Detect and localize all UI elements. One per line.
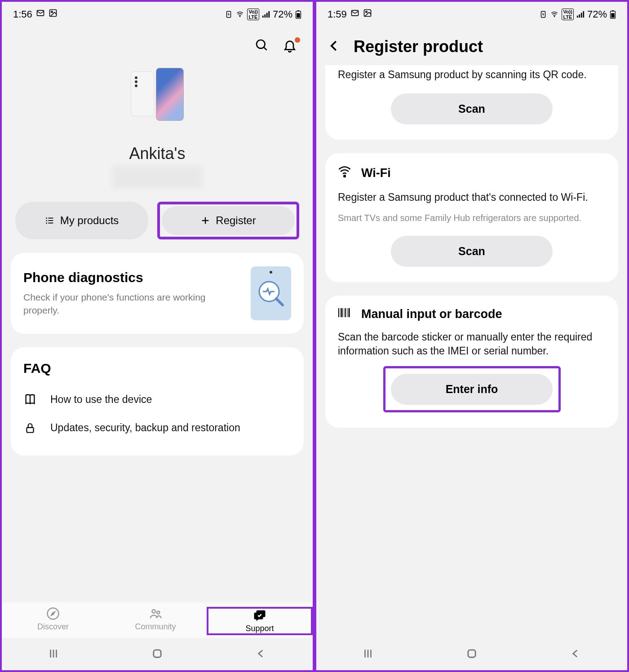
wifi-desc: Register a Samsung product that's connec… (338, 190, 606, 204)
svg-point-12 (257, 40, 265, 49)
register-button[interactable]: Register (162, 206, 295, 235)
svg-rect-43 (611, 13, 614, 18)
nav-label: Support (245, 624, 274, 633)
book-icon (23, 393, 37, 406)
home-button[interactable] (465, 647, 478, 662)
svg-rect-56 (468, 650, 475, 657)
enter-info-highlight: Enter info (383, 366, 561, 412)
page-title: Register product (354, 37, 483, 56)
nav-community[interactable]: Community (104, 607, 207, 635)
svg-rect-38 (577, 16, 578, 18)
faq-item-updates[interactable]: Updates, security, backup and restoratio… (23, 414, 291, 442)
compass-icon (46, 607, 60, 620)
device-model-redacted (112, 166, 202, 188)
diagnostics-sub: Check if your phone's functions are work… (23, 291, 242, 317)
battery-charging-icon (225, 10, 233, 18)
svg-point-37 (554, 16, 555, 17)
svg-point-4 (240, 16, 240, 17)
svg-rect-40 (581, 13, 582, 18)
enter-info-button[interactable]: Enter info (391, 374, 553, 405)
search-icon[interactable] (255, 38, 269, 54)
volte-icon: Vo))LTE (562, 9, 574, 20)
svg-rect-44 (612, 10, 614, 11)
battery-icon (295, 10, 301, 19)
faq-title: FAQ (23, 361, 291, 376)
signal-icon (262, 11, 270, 18)
qr-scan-card: Register a Samsung product by scanning i… (325, 65, 618, 140)
wifi-icon (235, 11, 244, 18)
svg-line-13 (264, 47, 267, 50)
gmail-icon (36, 9, 45, 20)
svg-line-23 (276, 299, 283, 305)
barcode-icon (338, 307, 351, 321)
svg-rect-6 (264, 14, 266, 18)
manual-card: Manual input or barcode Scan the barcode… (325, 296, 618, 428)
system-nav (2, 639, 313, 670)
svg-marker-26 (51, 612, 55, 615)
svg-point-28 (157, 611, 159, 614)
image-icon (49, 9, 58, 20)
chat-check-icon (253, 609, 266, 622)
image-icon (363, 9, 372, 20)
register-label: Register (216, 214, 256, 227)
screen-register-product: 1:59 Vo))LTE 72% Register product Regist… (314, 0, 629, 672)
nav-support[interactable]: Support (207, 607, 313, 635)
status-bar: 1:59 Vo))LTE 72% (316, 2, 627, 25)
svg-rect-39 (579, 14, 580, 18)
phone-diagnostics-card[interactable]: Phone diagnostics Check if your phone's … (11, 253, 304, 334)
wifi-sub: Smart TVs and some Family Hub refrigerat… (338, 212, 606, 224)
home-button[interactable] (151, 647, 164, 662)
back-button[interactable] (570, 648, 581, 661)
notification-dot (295, 37, 300, 43)
system-nav (316, 639, 627, 670)
svg-point-45 (344, 175, 346, 177)
lock-icon (23, 422, 37, 434)
device-image (130, 68, 184, 135)
faq-item-how-to-use[interactable]: How to use the device (23, 385, 291, 414)
register-button-highlight: Register (157, 202, 299, 239)
svg-rect-5 (262, 16, 264, 18)
diagnostics-title: Phone diagnostics (23, 270, 242, 285)
recents-button[interactable] (362, 648, 374, 661)
back-button[interactable] (255, 648, 267, 661)
my-products-button[interactable]: My products (15, 202, 148, 239)
svg-rect-24 (27, 428, 33, 433)
battery-percent: 72% (587, 9, 607, 20)
wifi-scan-button[interactable]: Scan (391, 236, 553, 267)
wifi-card: Wi-Fi Register a Samsung product that's … (325, 153, 618, 282)
volte-icon: Vo))LTE (247, 9, 259, 20)
wifi-title: Wi-Fi (361, 166, 391, 180)
nav-label: Discover (37, 622, 69, 632)
diagnostics-icon (251, 266, 291, 320)
faq-card: FAQ How to use the device Updates, secur… (11, 347, 304, 455)
my-products-label: My products (60, 214, 119, 227)
nav-discover[interactable]: Discover (2, 607, 104, 635)
manual-title: Manual input or barcode (361, 307, 502, 321)
bottom-nav: Discover Community Support (2, 602, 313, 638)
back-icon[interactable] (328, 39, 341, 54)
qr-scan-button[interactable]: Scan (391, 93, 553, 124)
svg-rect-7 (266, 13, 268, 18)
svg-point-2 (51, 11, 53, 13)
svg-rect-11 (297, 10, 299, 11)
gmail-icon (350, 9, 359, 20)
signal-icon (576, 11, 585, 18)
device-name: Ankita's (129, 144, 186, 163)
device-hero: Ankita's (2, 59, 313, 202)
svg-rect-8 (268, 11, 270, 18)
svg-rect-32 (154, 650, 161, 657)
svg-point-35 (366, 11, 367, 13)
status-bar: 1:56 Vo))LTE 72% (2, 2, 313, 25)
recents-button[interactable] (48, 648, 59, 661)
battery-percent: 72% (273, 9, 292, 20)
svg-point-27 (152, 610, 156, 613)
status-time: 1:59 (328, 9, 347, 20)
status-time: 1:56 (13, 9, 32, 20)
manual-desc: Scan the barcode sticker or manually ent… (338, 330, 606, 358)
battery-icon (610, 10, 616, 19)
faq-item-label: How to use the device (50, 393, 152, 406)
people-icon (149, 607, 162, 620)
battery-charging-icon (539, 10, 547, 18)
wifi-icon (338, 165, 351, 181)
qr-desc: Register a Samsung product by scanning i… (338, 68, 606, 82)
